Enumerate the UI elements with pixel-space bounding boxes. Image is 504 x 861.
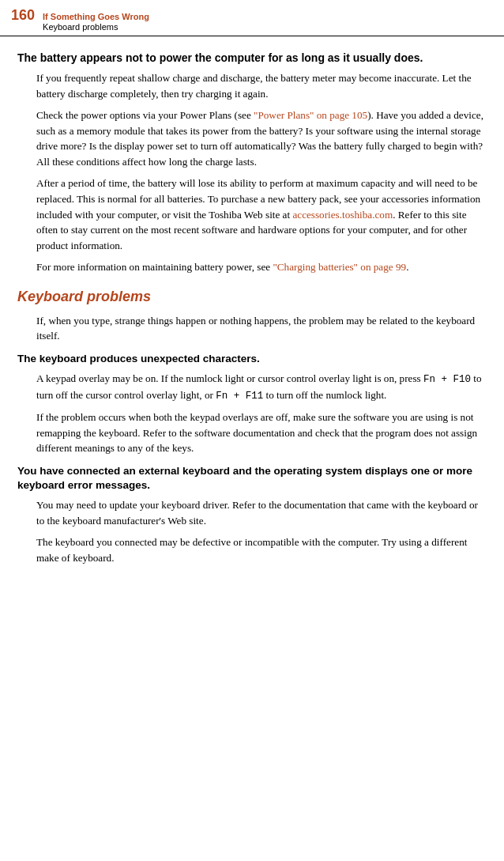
keyboard-section-title: Keyboard problems	[17, 286, 487, 307]
keyboard-intro-block: If, when you type, strange things happen…	[36, 313, 487, 344]
battery-para-3: After a period of time, the battery will…	[36, 176, 487, 253]
keyboard-sub1-para-1: A keypad overlay may be on. If the numlo…	[36, 371, 487, 403]
keyboard-sub2-para-2: The keyboard you connected may be defect…	[36, 534, 487, 565]
battery-para-1: If you frequently repeat shallow charge …	[36, 70, 487, 101]
keyboard-subsection-2-heading: You have connected an external keyboard …	[17, 464, 487, 493]
page-number: 160	[11, 5, 35, 25]
battery-para-2: Check the power options via your Power P…	[36, 108, 487, 169]
header-sub-text: Keyboard problems	[43, 22, 149, 32]
header-top-text: If Something Goes Wrong	[43, 12, 149, 22]
keyboard-sub2-para-1: You may need to update your keyboard dri…	[36, 497, 487, 528]
page-header: 160 If Something Goes Wrong Keyboard pro…	[0, 0, 504, 36]
battery-para-4: For more information on maintaining batt…	[36, 259, 487, 275]
charging-batteries-link[interactable]: "Charging batteries" on page 99	[273, 261, 406, 273]
keyboard-sub1-para-2: If the problem occurs when both the keyp…	[36, 410, 487, 456]
page-content: The battery appears not to power the com…	[0, 36, 504, 580]
keyboard-subsection-1-paragraphs: A keypad overlay may be on. If the numlo…	[36, 371, 487, 456]
battery-section-heading: The battery appears not to power the com…	[17, 51, 487, 66]
header-title-block: If Something Goes Wrong Keyboard problem…	[43, 12, 149, 32]
keyboard-intro: If, when you type, strange things happen…	[36, 313, 487, 344]
keyboard-subsection-2-paragraphs: You may need to update your keyboard dri…	[36, 497, 487, 565]
accessories-link[interactable]: accessories.toshiba.com	[292, 209, 393, 221]
keyboard-subsection-1-heading: The keyboard produces unexpected charact…	[17, 352, 487, 366]
battery-paragraphs: If you frequently repeat shallow charge …	[36, 70, 487, 274]
power-plans-link[interactable]: "Power Plans" on page 105	[254, 109, 367, 121]
